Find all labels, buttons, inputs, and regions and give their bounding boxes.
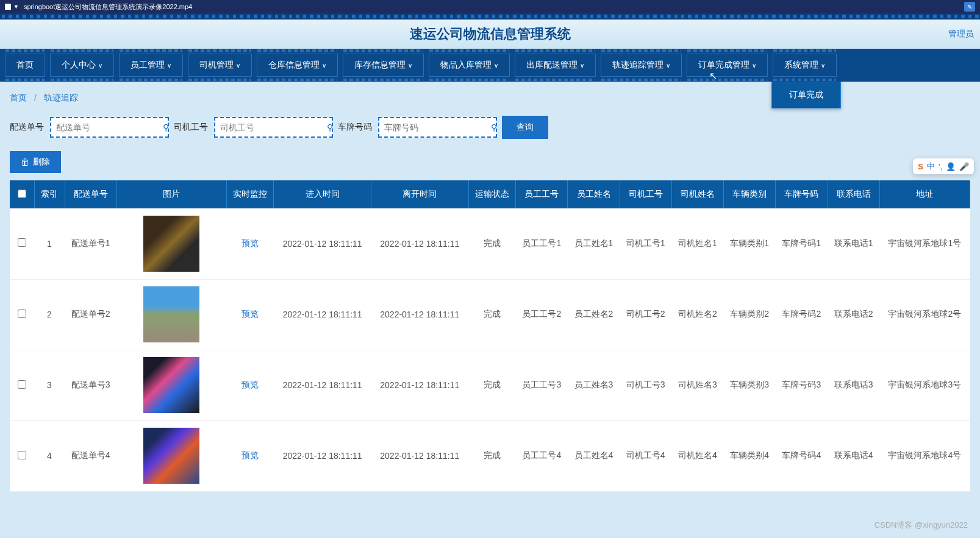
cell-drvid: 司机工号1 (620, 208, 671, 279)
cell-empid: 员工工号2 (516, 279, 568, 350)
col-header-15: 地址 (879, 180, 970, 208)
search-input-1[interactable] (220, 122, 327, 132)
table-row: 3 配送单号3 预览 2022-01-12 18:11:11 2022-01-1… (10, 350, 970, 420)
col-header-14: 联系电话 (828, 180, 879, 208)
breadcrumb-home[interactable]: 首页 (10, 93, 27, 102)
cell-phone: 联系电话4 (828, 420, 879, 491)
preview-link[interactable]: 预览 (241, 380, 259, 389)
row-image[interactable] (143, 216, 199, 272)
cell-index: 4 (34, 420, 65, 491)
row-checkbox[interactable] (18, 238, 26, 247)
table-row: 4 配送单号4 预览 2022-01-12 18:11:11 2022-01-1… (10, 420, 970, 491)
cell-leave: 2022-01-12 18:11:11 (371, 279, 468, 350)
ime-logo-icon: S (918, 162, 923, 171)
col-header-6: 离开时间 (371, 180, 468, 208)
chevron-down-icon: ∨ (580, 62, 584, 69)
nav-item-5[interactable]: 库存信息管理∨ (343, 54, 424, 77)
cell-empname: 员工姓名2 (568, 279, 620, 350)
cell-enter: 2022-01-12 18:11:11 (274, 350, 371, 420)
row-image[interactable] (143, 428, 199, 484)
cell-plate: 车牌号码4 (776, 420, 828, 491)
row-image[interactable] (143, 286, 199, 342)
cell-order: 配送单号4 (65, 420, 116, 491)
page-header: 速运公司物流信息管理系统 管理员 (0, 19, 980, 49)
cell-status: 完成 (468, 420, 516, 491)
search-box-2[interactable]: ⚲ (378, 117, 497, 138)
main-nav: 首页个人中心∨员工管理∨司机管理∨仓库信息管理∨库存信息管理∨物品入库管理∨出库… (0, 49, 980, 82)
search-input-0[interactable] (56, 122, 163, 132)
search-icon[interactable]: ⚲ (327, 122, 333, 132)
query-button[interactable]: 查询 (502, 116, 548, 139)
row-image[interactable] (143, 357, 199, 413)
app-icon (5, 4, 11, 10)
delete-label: 删除 (33, 157, 50, 168)
cell-vehtype: 车辆类别1 (724, 208, 776, 279)
nav-item-0[interactable]: 首页 (5, 54, 45, 77)
nav-item-4[interactable]: 仓库信息管理∨ (257, 54, 338, 77)
cell-index: 2 (34, 279, 65, 350)
cell-order: 配送单号3 (65, 350, 116, 420)
chevron-down-icon: ∨ (167, 62, 171, 69)
col-header-10: 司机工号 (620, 180, 671, 208)
col-header-8: 员工工号 (516, 180, 568, 208)
user-circle-icon: 👤 (946, 162, 956, 171)
chevron-down-icon: ∨ (666, 62, 670, 69)
cell-enter: 2022-01-12 18:11:11 (274, 208, 371, 279)
cell-drvid: 司机工号2 (620, 279, 671, 350)
nav-item-8[interactable]: 轨迹追踪管理∨ (601, 54, 682, 77)
search-icon[interactable]: ⚲ (163, 122, 169, 132)
user-label[interactable]: 管理员 (948, 29, 974, 40)
nav-item-9[interactable]: 订单完成管理∨ (687, 54, 768, 77)
col-header-2: 配送单号 (65, 180, 116, 208)
row-checkbox[interactable] (18, 451, 26, 459)
table-body: 1 配送单号1 预览 2022-01-12 18:11:11 2022-01-1… (10, 208, 970, 491)
nav-item-3[interactable]: 司机管理∨ (188, 54, 252, 77)
nav-item-6[interactable]: 物品入库管理∨ (429, 54, 510, 77)
cell-index: 1 (34, 208, 65, 279)
search-input-2[interactable] (384, 122, 491, 132)
cell-addr: 宇宙银河系地球3号 (879, 350, 970, 420)
cell-empname: 员工姓名4 (568, 420, 620, 491)
film-strip-decoration (0, 13, 980, 19)
col-header-3: 图片 (116, 180, 226, 208)
dropdown-arrow-icon[interactable]: ▼ (13, 4, 19, 10)
chevron-down-icon: ∨ (752, 62, 756, 69)
row-checkbox[interactable] (18, 380, 26, 389)
cell-drvname: 司机姓名1 (671, 208, 723, 279)
cell-empname: 员工姓名3 (568, 350, 620, 420)
ime-lang: 中 (927, 161, 935, 172)
ime-punct: ', (939, 162, 942, 171)
nav-item-1[interactable]: 个人中心∨ (50, 54, 114, 77)
edit-icon[interactable]: ✎ (964, 2, 975, 12)
select-all-checkbox[interactable] (18, 189, 26, 198)
nav-label: 出库配送管理 (526, 60, 578, 71)
cell-phone: 联系电话1 (828, 208, 879, 279)
nav-item-2[interactable]: 员工管理∨ (119, 54, 183, 77)
cell-index: 3 (34, 350, 65, 420)
preview-link[interactable]: 预览 (241, 309, 259, 319)
cell-enter: 2022-01-12 18:11:11 (274, 420, 371, 491)
window-titlebar: ▼ springboot速运公司物流信息管理系统演示录像2022.mp4 ✎ (0, 0, 980, 13)
col-header-4: 实时监控 (226, 180, 274, 208)
search-box-0[interactable]: ⚲ (50, 117, 169, 138)
nav-label: 库存信息管理 (354, 60, 406, 71)
delete-button[interactable]: 🗑 删除 (10, 151, 61, 173)
preview-link[interactable]: 预览 (241, 450, 259, 460)
nav-dropdown-item[interactable]: 订单完成 (771, 82, 841, 108)
cell-vehtype: 车辆类别4 (724, 420, 776, 491)
nav-label: 员工管理 (131, 60, 165, 71)
search-icon[interactable]: ⚲ (491, 122, 497, 132)
nav-item-7[interactable]: 出库配送管理∨ (515, 54, 596, 77)
preview-link[interactable]: 预览 (241, 238, 259, 248)
action-row: 🗑 删除 (0, 144, 980, 180)
cell-drvname: 司机姓名2 (671, 279, 723, 350)
nav-item-10[interactable]: 系统管理∨ (773, 54, 837, 77)
search-box-1[interactable]: ⚲ (214, 117, 333, 138)
cell-phone: 联系电话2 (828, 279, 879, 350)
search-label-1: 司机工号 (174, 122, 208, 133)
col-header-12: 车辆类别 (724, 180, 776, 208)
row-checkbox[interactable] (18, 310, 26, 318)
ime-floater[interactable]: S 中 ', 👤 🎤 (913, 158, 974, 174)
cell-leave: 2022-01-12 18:11:11 (371, 350, 468, 420)
window-title: springboot速运公司物流信息管理系统演示录像2022.mp4 (24, 2, 192, 12)
